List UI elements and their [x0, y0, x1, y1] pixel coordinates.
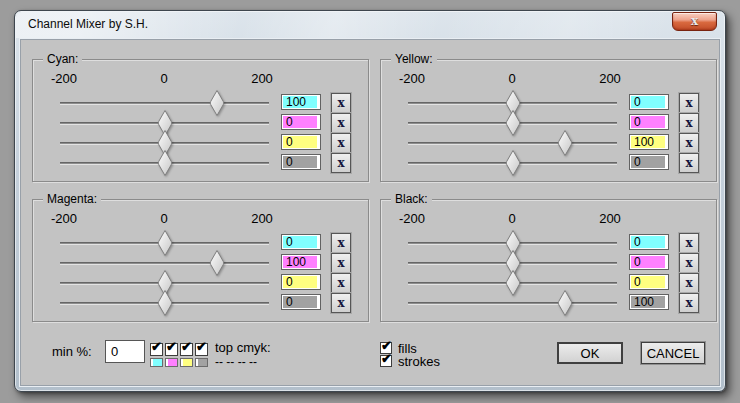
ok-button[interactable]: OK: [557, 342, 623, 364]
slider-track[interactable]: [408, 302, 617, 305]
value-input[interactable]: 100: [281, 94, 321, 110]
strokes-checkbox[interactable]: ✔: [380, 355, 392, 367]
value-input[interactable]: 0: [281, 274, 321, 290]
value-input[interactable]: 0: [629, 254, 669, 270]
value-input[interactable]: 0: [281, 234, 321, 250]
slider-thumb[interactable]: [557, 130, 573, 156]
value-text: 0: [634, 235, 641, 249]
check-icon: ✔: [381, 351, 392, 366]
close-icon[interactable]: x: [672, 12, 717, 31]
scale-max-label: 200: [599, 211, 621, 226]
slider-thumb[interactable]: [157, 150, 173, 176]
scale-zero-label: 0: [508, 211, 515, 226]
clear-button[interactable]: x: [679, 273, 699, 293]
slider-thumb[interactable]: [505, 270, 521, 296]
slider-thumb[interactable]: [157, 290, 173, 316]
scale-max-label: 200: [251, 211, 273, 226]
channel-swatch-magenta: [165, 358, 178, 367]
value-text: 0: [634, 255, 641, 269]
strokes-label[interactable]: strokes: [398, 354, 440, 369]
value-input[interactable]: 0: [629, 94, 669, 110]
check-icon: ✔: [166, 339, 177, 354]
min-percent-label: min %:: [52, 344, 92, 359]
slider-thumb[interactable]: [505, 110, 521, 136]
clear-button[interactable]: x: [679, 233, 699, 253]
value-input[interactable]: 0: [281, 114, 321, 130]
slider-thumb[interactable]: [209, 250, 225, 276]
check-icon: ✔: [181, 339, 192, 354]
value-input[interactable]: 0: [629, 274, 669, 290]
scale-zero-label: 0: [160, 211, 167, 226]
cancel-button[interactable]: CANCEL: [641, 342, 705, 364]
clear-button[interactable]: x: [679, 93, 699, 113]
top-cmyk-label: top cmyk:: [215, 340, 271, 355]
clear-button[interactable]: x: [679, 153, 699, 173]
check-icon: ✔: [196, 339, 207, 354]
channel-swatch-cyan: [150, 358, 163, 367]
channel-checkbox-magenta[interactable]: ✔: [165, 343, 178, 356]
slider-thumb[interactable]: [505, 150, 521, 176]
slider-track[interactable]: [408, 142, 617, 145]
slider-thumb[interactable]: [557, 290, 573, 316]
value-text: 100: [286, 255, 306, 269]
value-text: 0: [286, 295, 293, 309]
group-label: Yellow:: [391, 52, 437, 66]
value-input[interactable]: 0: [281, 154, 321, 170]
clear-button[interactable]: x: [679, 113, 699, 133]
value-input[interactable]: 0: [629, 234, 669, 250]
clear-button[interactable]: x: [679, 133, 699, 153]
channel-checkbox-cyan[interactable]: ✔: [150, 343, 163, 356]
clear-button[interactable]: x: [331, 153, 351, 173]
scale-min-label: -200: [399, 211, 425, 226]
clear-button[interactable]: x: [331, 233, 351, 253]
clear-button[interactable]: x: [331, 293, 351, 313]
value-input[interactable]: 0: [629, 114, 669, 130]
value-text: 0: [634, 115, 641, 129]
scale-min-label: -200: [51, 211, 77, 226]
value-input[interactable]: 0: [629, 154, 669, 170]
value-text: 0: [634, 95, 641, 109]
clear-button[interactable]: x: [679, 253, 699, 273]
clear-button[interactable]: x: [331, 133, 351, 153]
value-text: 0: [286, 155, 293, 169]
top-cmyk-value: -- -- -- --: [215, 355, 257, 369]
scale-max-label: 200: [251, 71, 273, 86]
value-input[interactable]: 100: [629, 134, 669, 150]
check-icon: ✔: [151, 339, 162, 354]
dialog-window: Channel Mixer by S.H. x Cyan: -200 0 200…: [14, 10, 726, 392]
group-yellow: Yellow: -200 0 200 0 x 0 x 100 x: [380, 59, 717, 182]
clear-button[interactable]: x: [331, 253, 351, 273]
channel-swatch-black: [195, 358, 208, 367]
slider-thumb[interactable]: [209, 90, 225, 116]
value-input[interactable]: 0: [281, 134, 321, 150]
value-text: 100: [634, 295, 654, 309]
scale-min-label: -200: [51, 71, 77, 86]
group-label: Black:: [391, 192, 432, 206]
dialog-client-area: Cyan: -200 0 200 100 x 0 x 0 x: [20, 39, 720, 386]
clear-button[interactable]: x: [331, 113, 351, 133]
channel-checkbox-black[interactable]: ✔: [195, 343, 208, 356]
value-input[interactable]: 100: [629, 294, 669, 310]
value-input[interactable]: 0: [281, 294, 321, 310]
channel-checkbox-yellow[interactable]: ✔: [180, 343, 193, 356]
value-input[interactable]: 100: [281, 254, 321, 270]
value-text: 0: [286, 135, 293, 149]
group-black: Black: -200 0 200 0 x 0 x 0 x: [380, 199, 717, 322]
value-text: 100: [634, 135, 654, 149]
group-label: Magenta:: [43, 192, 101, 206]
slider-track[interactable]: [60, 262, 269, 265]
clear-button[interactable]: x: [331, 273, 351, 293]
slider-track[interactable]: [60, 102, 269, 105]
value-text: 0: [634, 275, 641, 289]
clear-button[interactable]: x: [679, 293, 699, 313]
min-percent-input[interactable]: [105, 340, 145, 363]
value-text: 0: [634, 155, 641, 169]
scale-min-label: -200: [399, 71, 425, 86]
scale-zero-label: 0: [508, 71, 515, 86]
group-label: Cyan:: [43, 52, 82, 66]
window-title: Channel Mixer by S.H.: [28, 17, 148, 31]
value-text: 100: [286, 95, 306, 109]
clear-button[interactable]: x: [331, 93, 351, 113]
slider-thumb[interactable]: [157, 230, 173, 256]
value-text: 0: [286, 235, 293, 249]
